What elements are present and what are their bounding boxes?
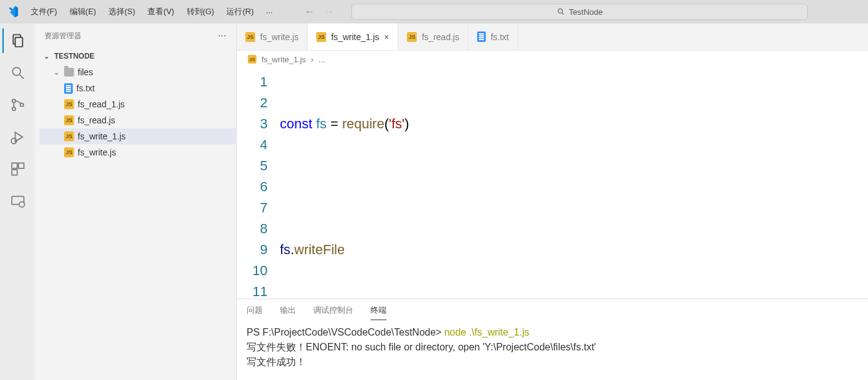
panel-tab-debug[interactable]: 调试控制台: [313, 301, 353, 320]
tree-file[interactable]: JSfs_read_1.js: [39, 96, 236, 112]
svg-point-0: [558, 9, 562, 13]
js-file-icon: JS: [316, 32, 326, 42]
tree-file[interactable]: JSfs_write.js: [39, 144, 236, 160]
js-file-icon: JS: [245, 32, 255, 42]
svg-point-6: [12, 99, 15, 102]
menu-file[interactable]: 文件(F): [26, 4, 62, 20]
editor-tabs: JSfs_write.js JSfs_write_1.js× JSfs_read…: [237, 23, 868, 51]
breadcrumb[interactable]: JS fs_write_1.js › ...: [237, 51, 868, 68]
svg-point-7: [12, 107, 15, 110]
nav-back-icon[interactable]: ←: [305, 6, 314, 17]
explorer-title: 资源管理器: [44, 31, 81, 41]
svg-line-5: [20, 75, 24, 79]
ab-explorer-icon[interactable]: [2, 28, 32, 53]
tab-fs-txt[interactable]: fs.txt: [469, 23, 518, 50]
explorer-sidebar: 资源管理器 ··· ⌄TESTNODE ⌄files fs.txt JSfs_r…: [35, 23, 237, 380]
ab-extensions-icon[interactable]: [2, 157, 32, 181]
svg-rect-12: [12, 170, 17, 175]
svg-point-4: [12, 67, 20, 75]
tree-file[interactable]: JSfs_read.js: [39, 112, 236, 128]
js-file-icon: JS: [64, 115, 74, 125]
svg-point-14: [19, 202, 25, 207]
panel-tabs: 问题 输出 调试控制台 终端: [237, 299, 868, 321]
svg-rect-3: [15, 38, 23, 47]
tab-fs-read[interactable]: JSfs_read.js: [398, 23, 469, 50]
menu-view[interactable]: 查看(V): [142, 4, 179, 20]
tab-fs-write-1[interactable]: JSfs_write_1.js×: [308, 23, 398, 50]
folder-icon: [64, 68, 74, 76]
menu-edit[interactable]: 编辑(E): [65, 4, 101, 20]
tab-fs-write[interactable]: JSfs_write.js: [237, 23, 308, 50]
js-file-icon: JS: [64, 99, 74, 109]
svg-point-8: [20, 103, 23, 106]
search-icon: [557, 7, 565, 16]
file-tree: ⌄TESTNODE ⌄files fs.txt JSfs_read_1.js J…: [35, 48, 236, 160]
close-icon[interactable]: ×: [384, 32, 389, 42]
code-content[interactable]: const fs = require('fs') fs.writeFile ('…: [280, 68, 868, 299]
terminal[interactable]: PS F:\ProjectCode\VSCodeCode\TestNode> n…: [237, 321, 868, 380]
search-text: TestNode: [569, 7, 603, 17]
code-editor[interactable]: 1234567891011 const fs = require('fs') f…: [237, 68, 868, 299]
txt-file-icon: [477, 31, 486, 42]
editor-area: JSfs_write.js JSfs_write_1.js× JSfs_read…: [237, 23, 868, 380]
js-file-icon: JS: [248, 55, 256, 64]
title-bar: 文件(F) 编辑(E) 选择(S) 查看(V) 转到(G) 运行(R) ··· …: [0, 0, 868, 23]
svg-line-1: [562, 13, 564, 15]
panel-tab-problems[interactable]: 问题: [247, 301, 263, 320]
tree-file[interactable]: fs.txt: [39, 80, 236, 96]
js-file-icon: JS: [64, 131, 74, 141]
ab-remote-icon[interactable]: [2, 189, 32, 213]
txt-file-icon: [64, 83, 73, 94]
panel-tab-terminal[interactable]: 终端: [371, 301, 387, 320]
bottom-panel: 问题 输出 调试控制台 终端 PS F:\ProjectCode\VSCodeC…: [237, 299, 868, 380]
vscode-logo-icon: [5, 4, 20, 19]
svg-rect-10: [12, 163, 17, 168]
menu-more[interactable]: ···: [261, 5, 277, 19]
js-file-icon: JS: [64, 147, 74, 157]
ab-scm-icon[interactable]: [2, 93, 32, 117]
svg-rect-11: [18, 163, 24, 168]
activity-bar: [0, 23, 35, 380]
menu-select[interactable]: 选择(S): [104, 4, 140, 20]
menu-run[interactable]: 运行(R): [221, 4, 258, 20]
command-center[interactable]: TestNode: [351, 4, 808, 20]
js-file-icon: JS: [407, 32, 417, 42]
nav-arrows: ← →: [305, 6, 334, 17]
tree-folder-files[interactable]: ⌄files: [39, 64, 236, 80]
tree-root[interactable]: ⌄TESTNODE: [39, 48, 236, 64]
ab-search-icon[interactable]: [2, 60, 32, 85]
menu-goto[interactable]: 转到(G): [182, 4, 219, 20]
panel-tab-output[interactable]: 输出: [280, 301, 296, 320]
explorer-more-icon[interactable]: ···: [218, 30, 226, 41]
ab-debug-icon[interactable]: [2, 125, 32, 149]
nav-forward-icon[interactable]: →: [324, 6, 334, 17]
line-gutter: 1234567891011: [237, 68, 280, 299]
tree-file[interactable]: JSfs_write_1.js: [39, 128, 236, 144]
